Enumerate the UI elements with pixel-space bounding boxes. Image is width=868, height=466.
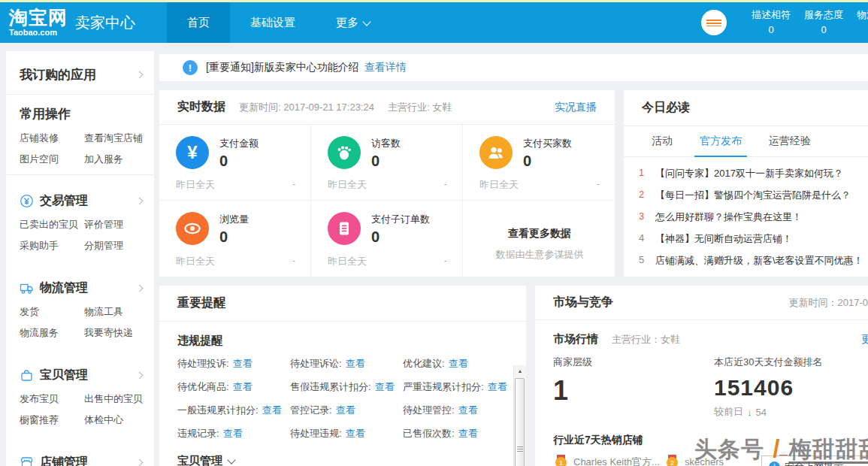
reminders-body: 违规提醒 待处理投诉:查看 待处理诉讼:查看 优化建议:查看 待优化商品:查看 … [159, 322, 526, 466]
view-link[interactable]: 查看 [488, 381, 507, 392]
view-more-data-link[interactable]: 查看更多数据 [508, 227, 571, 241]
sidebar-link[interactable]: 物流工具 [84, 305, 148, 319]
stat-card-payment: 支付金额 0 昨日全天- [159, 125, 311, 201]
score-value: 0 [797, 23, 850, 38]
view-link[interactable]: 查看 [233, 358, 253, 369]
view-link[interactable]: 查看 [346, 428, 365, 439]
view-link[interactable]: 查看 [262, 404, 282, 416]
view-link[interactable]: 查看 [346, 358, 365, 369]
sidebar-link[interactable]: 图片空间 [20, 153, 84, 166]
sidebar-link[interactable]: 我要寄快递 [84, 326, 148, 340]
sidebar-link[interactable]: 发货 [20, 305, 84, 319]
reminder-label: 待处理违规: [290, 428, 342, 439]
score-description[interactable]: 描述相符 0 [745, 8, 797, 38]
reminder-item: 已售假次数:查看 [403, 427, 516, 440]
stat-sub-label: 昨日全天 [176, 255, 215, 268]
view-link[interactable]: 查看 [375, 381, 395, 392]
news-item[interactable]: 4 【神器】无间断自动运营店铺！ [624, 230, 868, 252]
reminder-item: 严重违规累计扣分:查看 [403, 380, 516, 394]
truck-icon [20, 281, 34, 295]
stat-value: 0 [371, 228, 447, 246]
view-link[interactable]: 查看 [233, 381, 253, 392]
coin-yuan-icon [20, 194, 34, 208]
sidebar-link[interactable]: 查看淘宝店铺 [84, 132, 148, 145]
news-rank: 1 [639, 165, 655, 178]
sidebar-link[interactable]: 体检中心 [84, 413, 148, 427]
news-title: 【每日一招】警惕四个淘宝运营陷阱是什么？ [655, 186, 851, 202]
sidebar-item-trade[interactable]: 交易管理 [6, 175, 154, 216]
section-logistics-label: 物流管理 [40, 280, 137, 296]
nav-more[interactable]: 更多 [316, 2, 390, 43]
score-service[interactable]: 服务态度 0 [797, 8, 850, 38]
sidebar-link[interactable]: 发布宝贝 [20, 392, 84, 406]
view-link[interactable]: 查看 [458, 428, 478, 439]
view-link[interactable]: 查看 [336, 404, 355, 416]
score-label: 物流服务 [850, 8, 868, 23]
sidebar-link[interactable]: 店铺装修 [20, 132, 84, 145]
realtime-data-panel: 实时数据 更新时间: 2017-09-21 17:23:24 主营行业: 女鞋 … [159, 90, 615, 277]
news-rank: 3 [639, 208, 655, 222]
news-item[interactable]: 1 【问问专家】2017双十一新手卖家如何玩？ [624, 165, 868, 186]
sidebar-link[interactable]: 采购助手 [20, 239, 84, 253]
daily-read-tabs: 活动 官方发布 运营经验 [624, 126, 868, 157]
logistics-links: 发货 物流工具 物流服务 我要寄快递 [6, 304, 154, 348]
score-logistics[interactable]: 物流服务 0 [850, 8, 868, 38]
nav-home[interactable]: 首页 [167, 2, 230, 43]
seller-level-value: 1 [553, 375, 714, 407]
sidebar-link[interactable]: 橱窗推荐 [20, 413, 84, 427]
live-broadcast-link[interactable]: 实况直播 [555, 101, 597, 114]
news-rank: 4 [639, 230, 655, 244]
tab-activities[interactable]: 活动 [646, 135, 678, 156]
sidebar-link[interactable]: 加入服务 [84, 153, 148, 166]
rank-delta-value: 54 [756, 407, 767, 418]
sidebar-item-items[interactable]: 宝贝管理 [6, 348, 154, 391]
shop-name: Charles Keith官方... [573, 455, 660, 466]
avatar[interactable] [701, 10, 727, 35]
tab-official-release[interactable]: 官方发布 [694, 135, 747, 156]
sidebar-link[interactable]: 已卖出的宝贝 [20, 218, 84, 231]
news-title: 怎么用好群聊？操作宝典在这里！ [655, 208, 802, 224]
medal-1-icon: 1 [555, 455, 567, 466]
more-link[interactable]: 更多 [861, 333, 868, 346]
sidebar-item-purchased-apps[interactable]: 我订购的应用 [6, 51, 154, 94]
score-value: 0 [850, 23, 868, 38]
news-item[interactable]: 5 店铺满减、满赠升级，新客\老客设置不同优惠！ [624, 252, 868, 274]
stat-label: 支付子订单数 [371, 212, 447, 226]
reminder-label: 严重违规累计扣分: [403, 381, 484, 392]
news-item[interactable]: 3 怎么用好群聊？操作宝典在这里！ [624, 208, 868, 230]
reminder-item: 售假违规累计扣分:查看 [290, 380, 403, 394]
sidebar: 我订购的应用 常用操作 店铺装修 查看淘宝店铺 图片空间 加入服务 交易管理 已… [6, 51, 154, 466]
reminder-label: 待处理诉讼: [290, 358, 342, 369]
seller-level-block: 商家层级 1 [553, 356, 714, 419]
realtime-title: 实时数据 [177, 99, 225, 115]
top-bar: 淘宝网 Taobao.com 卖家中心 首页 基础设置 更多 描述相符 0 服务… [0, 2, 868, 43]
reminder-label: 一般违规累计扣分: [177, 404, 259, 416]
reminders-title: 重要提醒 [177, 295, 225, 311]
sidebar-link[interactable]: 评价管理 [84, 218, 148, 231]
more-data-cell: 查看更多数据 数据由生意参谋提供 [463, 201, 615, 277]
sidebar-link[interactable]: 出售中的宝贝 [84, 392, 148, 406]
notice-detail-link[interactable]: 查看详情 [364, 61, 407, 74]
scrollbar-thumb[interactable] [515, 378, 525, 466]
payment-rank-label: 本店近30天支付金额排名 [714, 356, 822, 369]
news-item[interactable]: 2 【每日一招】警惕四个淘宝运营陷阱是什么？ [624, 186, 868, 208]
view-link[interactable]: 查看 [449, 358, 468, 369]
tab-operation-experience[interactable]: 运营经验 [764, 135, 816, 156]
watermark-name: 梅甜甜甜甜 [789, 437, 868, 464]
sidebar-link[interactable]: 分期管理 [84, 239, 148, 253]
nav-basic-settings[interactable]: 基础设置 [230, 2, 316, 43]
sidebar-item-logistics[interactable]: 物流管理 [6, 261, 154, 304]
users-icon [479, 136, 513, 169]
sidebar-link[interactable]: 物流服务 [20, 326, 84, 340]
sidebar-item-shop[interactable]: 店铺管理 [6, 435, 154, 466]
watermark: 头条号 / 梅甜甜甜甜 [694, 434, 868, 465]
main-nav: 首页 基础设置 更多 [167, 2, 390, 43]
scrollbar[interactable] [513, 365, 526, 466]
view-link[interactable]: 查看 [223, 428, 243, 439]
hot-shop-item[interactable]: 1 Charles Keith官方... [555, 455, 666, 466]
item-management-toggle[interactable]: 宝贝管理 [177, 454, 526, 466]
taobao-logo[interactable]: 淘宝网 Taobao.com [9, 8, 68, 37]
violation-reminder-heading: 违规提醒 [177, 334, 526, 348]
view-link[interactable]: 查看 [458, 404, 478, 416]
scrollbar-up-arrow-icon[interactable] [514, 365, 526, 377]
